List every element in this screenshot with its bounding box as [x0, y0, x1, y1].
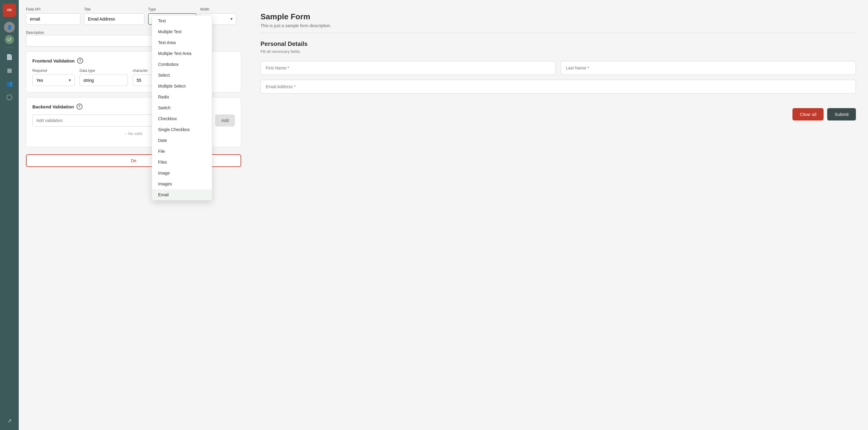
field-api-input[interactable]	[26, 13, 81, 25]
add-button[interactable]: Add	[215, 114, 235, 127]
form-editor: Field API Title Type Email ▲ Width	[19, 0, 248, 430]
dropdown-item-email[interactable]: Email	[152, 189, 212, 200]
form-actions: Clear all Submit	[260, 108, 856, 121]
field-title-group: Title	[84, 7, 145, 25]
dropdown-item-select[interactable]: Select	[152, 70, 212, 80]
dropdown-item-date[interactable]: Date	[152, 135, 212, 146]
sample-form-description: This is just a sample form description.	[260, 23, 856, 28]
datatype-label: Data type	[80, 69, 128, 73]
last-name-field[interactable]	[561, 61, 856, 75]
email-field[interactable]	[260, 80, 856, 94]
dropdown-item-files[interactable]: Files	[152, 157, 212, 168]
table-icon[interactable]: ▦	[4, 65, 15, 76]
sample-form-title: Sample Form	[260, 12, 856, 22]
dropdown-item-combobox[interactable]: Combobox	[152, 59, 212, 70]
avatar: 👤	[4, 22, 15, 33]
field-width-label: Width	[200, 7, 236, 11]
dropdown-item-switch[interactable]: Switch	[152, 102, 212, 113]
datatype-input[interactable]	[80, 75, 128, 86]
dropdown-item-multiple-select[interactable]: Multiple Select	[152, 80, 212, 92]
dropdown-item-radio[interactable]: Radio	[152, 92, 212, 102]
datatype-group: Data type	[80, 69, 128, 86]
personal-details-subtitle: Fill all necessary fields.	[260, 49, 856, 54]
form-divider	[260, 33, 856, 33]
dropdown-item-images[interactable]: Images	[152, 178, 212, 189]
submit-button[interactable]: Submit	[827, 108, 856, 121]
dropdown-item-text[interactable]: Text	[152, 15, 212, 26]
user-badge: LT	[5, 35, 14, 44]
dropdown-item-file[interactable]: File	[152, 146, 212, 157]
sidebar: VDi 👤 LT 📄 ▦ 👥 ◯ ↗	[0, 0, 19, 430]
required-select[interactable]: Yes No	[32, 75, 75, 86]
clear-all-button[interactable]: Clear all	[793, 108, 824, 121]
field-title-input[interactable]	[84, 13, 145, 25]
frontend-help-icon[interactable]: ?	[77, 58, 83, 64]
sidebar-logo: VDi	[3, 4, 16, 17]
main-content: Field API Title Type Email ▲ Width	[19, 0, 868, 430]
type-dropdown: Text Multiple Text Text Area Multiple Te…	[152, 15, 212, 200]
required-group: Required Yes No ▼	[32, 69, 75, 86]
field-type-label: Type	[148, 7, 196, 11]
field-title-label: Title	[84, 7, 145, 11]
dropdown-item-multiple-text[interactable]: Multiple Text	[152, 26, 212, 37]
first-name-field[interactable]	[260, 61, 556, 75]
export-icon[interactable]: ↗	[4, 416, 15, 426]
dropdown-item-checkbox[interactable]: Checkbox	[152, 113, 212, 124]
description-label: Description	[26, 31, 44, 35]
dropdown-item-multiple-text-area[interactable]: Multiple Text Area	[152, 48, 212, 59]
dropdown-item-image[interactable]: Image	[152, 168, 212, 178]
name-row	[260, 61, 856, 75]
backend-help-icon[interactable]: ?	[76, 104, 83, 110]
document-icon[interactable]: 📄	[4, 52, 15, 63]
personal-details-title: Personal Details	[260, 40, 856, 47]
sidebar-divider	[5, 48, 14, 48]
sample-form-panel: Sample Form This is just a sample form d…	[248, 0, 868, 430]
dropdown-item-text-area[interactable]: Text Area	[152, 37, 212, 48]
required-label: Required	[32, 69, 75, 73]
field-api-label: Field API	[26, 7, 81, 11]
field-api-group: Field API	[26, 7, 81, 25]
users-icon[interactable]: 👥	[4, 78, 15, 89]
user-circle-icon[interactable]: ◯	[4, 92, 15, 102]
validation-input[interactable]	[32, 114, 172, 127]
dropdown-item-single-checkbox[interactable]: Single Checkbox	[152, 124, 212, 135]
required-select-wrapper: Yes No ▼	[32, 75, 75, 86]
